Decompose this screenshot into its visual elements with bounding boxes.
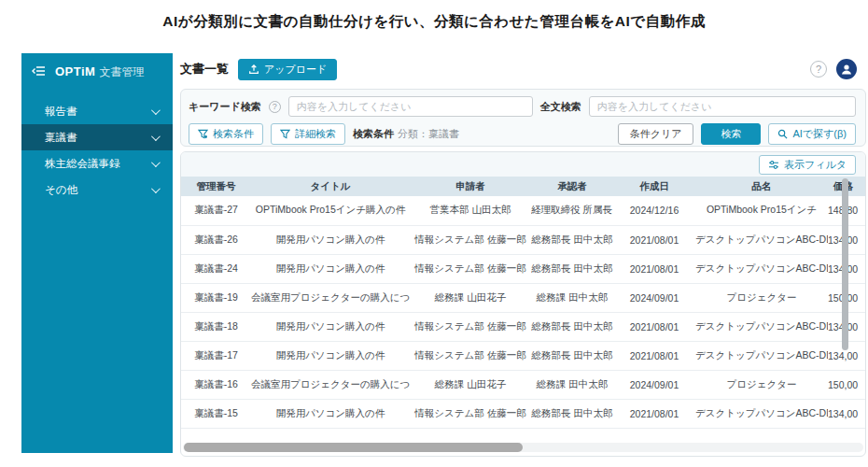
horizontal-scrollbar-thumb[interactable] <box>184 443 523 452</box>
column-header[interactable]: 作成日 <box>613 177 695 196</box>
table-cell: 2021/08/01 <box>613 312 695 341</box>
sidebar-item-ringisho[interactable]: 稟議書 <box>21 124 173 150</box>
table-row[interactable]: 稟議書-26開発用パソコン購入の件情報システム部 佐藤一郎総務部長 田中太郎20… <box>181 225 865 254</box>
sidebar-item-label: 報告書 <box>45 105 151 119</box>
table-row[interactable]: 稟議書-24開発用パソコン購入の件情報システム部 佐藤一郎総務部長 田中太郎20… <box>181 254 865 283</box>
brand-logo: OPTiM <box>55 64 95 78</box>
table-row[interactable]: 稟議書-16会議室用プロジェクターの購入について総務課 山田花子総務課 田中太郎… <box>181 370 865 399</box>
column-header[interactable]: 承認者 <box>531 177 613 196</box>
active-conditions-value: 分類：稟議書 <box>398 128 459 139</box>
table-cell: デスクトップパソコンABC-DDD1 <box>695 254 828 283</box>
ai-search-button[interactable]: AIで探す(β) <box>768 123 856 145</box>
table-row[interactable]: 稟議書-15開発用パソコン購入の件情報システム部 佐藤一郎総務部長 田中太郎20… <box>181 399 865 428</box>
table-cell: 情報システム部 佐藤一郎 <box>410 312 531 341</box>
filter-gear-icon <box>198 129 208 139</box>
documents-table: 管理番号タイトル申請者承認者作成日品名価格 稟議書-27OPTiMbook Pr… <box>181 177 865 429</box>
column-header[interactable]: タイトル <box>251 177 410 196</box>
table-cell: 2021/08/01 <box>613 399 695 428</box>
table-cell: 開発用パソコン購入の件 <box>251 399 410 428</box>
table-cell: 2021/08/01 <box>613 225 695 254</box>
sidebar-item-label: 稟議書 <box>45 131 151 145</box>
column-header[interactable]: 申請者 <box>410 177 531 196</box>
table-cell: 開発用パソコン購入の件 <box>251 312 410 341</box>
table-cell: 稟議書-19 <box>181 283 251 312</box>
table-row[interactable]: 稟議書-19会議室用プロジェクターの購入について総務課 山田花子総務課 田中太郎… <box>181 283 865 312</box>
table-cell: 総務部長 田中太郎 <box>531 312 613 341</box>
table-cell: 総務部長 田中太郎 <box>531 254 613 283</box>
sliders-icon <box>768 160 779 170</box>
chevron-down-icon <box>151 132 161 141</box>
clear-conditions-button[interactable]: 条件クリア <box>618 123 694 145</box>
help-icon[interactable]: ? <box>810 61 827 78</box>
table-cell: 営業本部 山田太郎 <box>410 196 531 225</box>
search-conditions-button[interactable]: 検索条件 <box>189 123 263 145</box>
table-cell: 総務部長 田中太郎 <box>531 341 613 370</box>
table-cell: 2021/08/01 <box>613 341 695 370</box>
table-cell: 2024/09/01 <box>613 283 695 312</box>
table-cell: 経理取締役 所属長… <box>531 196 613 225</box>
sidebar-item-shareholder-minutes[interactable]: 株主総会議事録 <box>21 150 173 177</box>
table-cell: 総務部長 田中太郎 <box>531 399 613 428</box>
table-row[interactable]: 稟議書-17開発用パソコン購入の件情報システム部 佐藤一郎総務部長 田中太郎20… <box>181 341 865 370</box>
sidebar-item-others[interactable]: その他 <box>21 177 173 203</box>
table-cell: 稟議書-18 <box>181 312 251 341</box>
person-icon <box>840 63 853 76</box>
product-name: 文書管理 <box>99 65 144 78</box>
table-cell: 150,00 <box>828 370 865 399</box>
sidebar-item-label: 株主総会議事録 <box>45 157 151 171</box>
table-cell: 開発用パソコン購入の件 <box>251 254 410 283</box>
table-cell: 会議室用プロジェクターの購入について <box>251 283 410 312</box>
table-cell: 会議室用プロジェクターの購入について <box>251 370 410 399</box>
main-content: 文書一覧 アップロード ? キーワード検索 ? 全文検索 <box>173 53 868 458</box>
keyword-help-icon[interactable]: ? <box>269 101 281 113</box>
table-cell: 総務部長 田中太郎 <box>531 225 613 254</box>
table-scroll-area: 管理番号タイトル申請者承認者作成日品名価格 稟議書-27OPTiMbook Pr… <box>181 177 865 429</box>
chevron-down-icon <box>151 158 161 167</box>
main-header: 文書一覧 アップロード ? <box>173 53 868 85</box>
table-cell: 総務課 田中太郎 <box>531 283 613 312</box>
table-cell: 稟議書-27 <box>181 196 251 225</box>
vertical-scrollbar[interactable] <box>842 178 848 350</box>
keyword-search-input[interactable] <box>288 96 533 117</box>
column-header[interactable]: 管理番号 <box>181 177 251 196</box>
search-button[interactable]: 検索 <box>701 123 761 145</box>
column-header[interactable]: 品名 <box>695 177 828 196</box>
horizontal-scrollbar-track <box>183 443 863 452</box>
page-caption: AIが分類別に文書の自動仕分けを行い、分類に合わせた管理台帳をAIで自動作成 <box>0 12 868 32</box>
table-cell: OPTiMbook Pro15インチ購入の件 <box>251 196 410 225</box>
table-cell: 2024/09/01 <box>613 370 695 399</box>
table-cell: 2021/08/01 <box>613 254 695 283</box>
document-table-panel: 表示フィルタ 管理番号タイトル申請者承認者作成日品名価格 稟議書-27OPTiM… <box>180 151 866 457</box>
sidebar-nav: ダッシュボード文書一覧報告書稟議書株主総会議事録その他設定 <box>21 98 173 203</box>
table-cell: 総務課 山田花子 <box>410 283 531 312</box>
table-header-row: 管理番号タイトル申請者承認者作成日品名価格 <box>181 177 865 196</box>
ai-search-label: AIで探す(β) <box>792 127 847 141</box>
upload-icon <box>248 64 259 75</box>
active-conditions-text: 検索条件分類：稟議書 <box>353 127 459 141</box>
table-cell: 稟議書-17 <box>181 341 251 370</box>
table-row[interactable]: 稟議書-18開発用パソコン購入の件情報システム部 佐藤一郎総務部長 田中太郎20… <box>181 312 865 341</box>
table-row[interactable]: 稟議書-27OPTiMbook Pro15インチ購入の件営業本部 山田太郎経理取… <box>181 196 865 225</box>
display-filter-button[interactable]: 表示フィルタ <box>759 155 856 175</box>
chevron-down-icon <box>151 106 161 115</box>
table-cell: 134,00 <box>828 399 865 428</box>
table-cell: 2024/12/16 <box>613 196 695 225</box>
user-avatar[interactable] <box>836 59 857 79</box>
fulltext-search-input[interactable] <box>589 96 856 117</box>
page-title: 文書一覧 <box>180 61 229 78</box>
upload-button-label: アップロード <box>264 63 327 77</box>
advanced-search-button[interactable]: 詳細検索 <box>271 123 345 145</box>
sidebar-item-reports[interactable]: 報告書 <box>21 98 173 124</box>
table-cell: プロジェクター <box>695 283 828 312</box>
table-cell: デスクトップパソコンABC-DDD1 <box>695 225 828 254</box>
search-conditions-label: 検索条件 <box>213 127 254 141</box>
table-cell: デスクトップパソコンABC-DDD1 <box>695 341 828 370</box>
table-cell: 情報システム部 佐藤一郎 <box>410 225 531 254</box>
upload-button[interactable]: アップロード <box>238 59 337 80</box>
keyword-search-label: キーワード検索 <box>189 100 261 114</box>
table-cell: 総務課 田中太郎 <box>531 370 613 399</box>
collapse-sidebar-icon[interactable] <box>31 64 46 78</box>
table-cell: 稟議書-16 <box>181 370 251 399</box>
table-cell: プロジェクター <box>695 370 828 399</box>
funnel-icon <box>280 129 290 139</box>
